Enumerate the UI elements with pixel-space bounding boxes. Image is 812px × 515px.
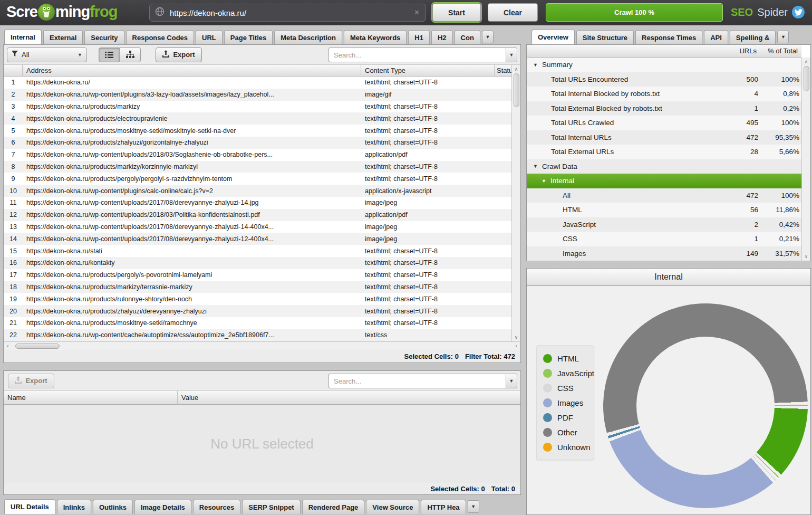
start-button[interactable]: Start [432, 3, 481, 22]
column-header-number[interactable] [4, 65, 23, 77]
column-header-content-type[interactable]: Content Type [361, 65, 495, 77]
table-row[interactable]: 14https://dekon-okna.ru/wp-content/uploa… [4, 233, 520, 245]
overview-vertical-scrollbar[interactable]: ∧ ∨ [801, 58, 810, 261]
table-row[interactable]: 10https://dekon-okna.ru/wp-content/plugi… [4, 185, 520, 197]
tab-serp-snippet[interactable]: SERP Snippet [242, 500, 300, 514]
search-input[interactable] [328, 47, 506, 62]
tab-meta-description[interactable]: Meta Description [274, 30, 342, 44]
expander-triangle-icon[interactable]: ▼ [533, 164, 538, 169]
overview-row[interactable]: ▼Internal [527, 174, 810, 188]
tab-url[interactable]: URL [196, 30, 223, 44]
table-row[interactable]: 17https://dekon-okna.ru/products/pergoly… [4, 269, 520, 281]
table-row[interactable]: 3https://dekon-okna.ru/products/markizyt… [4, 101, 520, 113]
tab-overflow-dropdown[interactable]: ▼ [482, 31, 494, 43]
scroll-left-icon[interactable]: ‹ [4, 343, 12, 349]
tree-view-button[interactable] [120, 47, 141, 62]
list-view-button[interactable] [99, 47, 120, 62]
overview-row[interactable]: CSS10,21% [527, 232, 810, 246]
column-header-address[interactable]: Address [23, 65, 361, 77]
table-row[interactable]: 4https://dekon-okna.ru/products/electrou… [4, 112, 520, 125]
tab-inlinks[interactable]: Inlinks [57, 500, 91, 514]
table-row[interactable]: 22https://dekon-okna.ru/wp-content/cache… [4, 329, 520, 341]
tab-external[interactable]: External [43, 30, 83, 44]
table-row[interactable]: 21https://dekon-okna.ru/products/moskitn… [4, 317, 520, 329]
tab-security[interactable]: Security [84, 30, 124, 44]
tab-page-titles[interactable]: Page Titles [224, 30, 273, 44]
tab-image-details[interactable]: Image Details [134, 500, 191, 514]
overview-row[interactable]: ▼Crawl Data [527, 159, 810, 174]
url-table-vertical-scrollbar[interactable]: ∧ ∨ [511, 65, 520, 341]
clear-url-icon[interactable]: × [413, 8, 420, 17]
overview-row[interactable]: Total Internal URLs47295,35% [527, 130, 810, 145]
tab-resources[interactable]: Resources [193, 500, 240, 514]
column-header-urls[interactable]: URLs [718, 45, 760, 58]
table-row[interactable]: 5https://dekon-okna.ru/products/moskitny… [4, 125, 520, 137]
table-row[interactable]: 15https://dekon-okna.ru/statitext/html; … [4, 245, 520, 257]
tab-con[interactable]: Con [455, 30, 480, 44]
overview-row[interactable]: ▼Summary [527, 58, 810, 72]
table-row[interactable]: 20https://dekon-okna.ru/products/zhalyuz… [4, 305, 520, 317]
overview-row[interactable]: Total External Blocked by robots.txt10,2… [527, 101, 810, 116]
tab-http-hea[interactable]: HTTP Hea [421, 500, 466, 514]
tab-site-structure[interactable]: Site Structure [576, 30, 634, 44]
column-header-pct-of-total[interactable]: % of Total [760, 45, 801, 58]
tab-api[interactable]: API [704, 30, 728, 44]
tab-rendered-page[interactable]: Rendered Page [302, 500, 365, 514]
tab-outlinks[interactable]: Outlinks [93, 500, 133, 514]
scroll-down-icon[interactable]: ∨ [512, 333, 520, 341]
overview-row[interactable]: Total URLs Encountered500100% [527, 72, 810, 87]
url-input[interactable] [170, 8, 413, 17]
table-row[interactable]: 8https://dekon-okna.ru/products/markizy/… [4, 161, 520, 173]
overview-row[interactable]: Total Internal Blocked by robots.txt40,8… [527, 87, 810, 101]
column-header-value[interactable]: Value [178, 391, 520, 405]
clear-button[interactable]: Clear [488, 3, 538, 22]
tab-view-source[interactable]: View Source [366, 500, 419, 514]
overview-row[interactable]: All472100% [527, 188, 810, 203]
table-row[interactable]: 6https://dekon-okna.ru/products/zhalyuzi… [4, 137, 520, 149]
overview-row[interactable]: JavaScript20,42% [527, 217, 810, 232]
details-export-button[interactable]: Export [8, 374, 54, 388]
tab-internal[interactable]: Internal [4, 30, 42, 44]
expander-triangle-icon[interactable]: ▼ [533, 62, 538, 68]
scroll-up-icon[interactable]: ∧ [802, 58, 810, 66]
tab-h1[interactable]: H1 [408, 30, 430, 44]
scrollbar-thumb[interactable] [514, 73, 519, 107]
table-row[interactable]: 7https://dekon-okna.ru/wp-content/upload… [4, 149, 520, 161]
overview-row[interactable]: Total URLs Crawled495100% [527, 116, 810, 130]
tab-h2[interactable]: H2 [431, 30, 453, 44]
table-row[interactable]: 9https://dekon-okna.ru/products/pergoly/… [4, 173, 520, 185]
table-row[interactable]: 11https://dekon-okna.ru/wp-content/uploa… [4, 197, 520, 209]
scrollbar-thumb[interactable] [15, 344, 60, 349]
expander-triangle-icon[interactable]: ▼ [542, 178, 546, 184]
details-search-dropdown[interactable]: ▼ [506, 374, 517, 388]
overview-row[interactable]: Images14931,57% [527, 246, 810, 261]
tab-url-details[interactable]: URL Details [4, 499, 55, 514]
scroll-down-icon[interactable]: ∨ [802, 252, 810, 261]
table-row[interactable]: 19https://dekon-okna.ru/products/rulonny… [4, 293, 520, 305]
tab-overflow-dropdown[interactable]: ▼ [777, 31, 789, 43]
export-button[interactable]: Export [156, 47, 202, 62]
table-row[interactable]: 12https://dekon-okna.ru/wp-content/uploa… [4, 209, 520, 221]
scroll-up-icon[interactable]: ∧ [512, 65, 520, 73]
table-row[interactable]: 18https://dekon-okna.ru/products/markizy… [4, 281, 520, 293]
tab-spelling-[interactable]: Spelling & [730, 30, 776, 44]
column-header-status[interactable]: Statu [495, 65, 513, 77]
table-row[interactable]: 16https://dekon-okna.ru/kontaktytext/htm… [4, 257, 520, 269]
twitter-icon[interactable] [792, 6, 805, 18]
overview-row[interactable]: Total External URLs285,66% [527, 145, 810, 159]
table-row[interactable]: 1https://dekon-okna.ru/text/html; charse… [4, 77, 520, 89]
tab-meta-keywords[interactable]: Meta Keywords [344, 30, 407, 44]
details-search-input[interactable] [328, 374, 506, 388]
column-header-name[interactable]: Name [4, 391, 178, 405]
filter-dropdown[interactable]: All ▼ [7, 47, 87, 62]
search-options-dropdown[interactable]: ▼ [506, 47, 517, 62]
tab-overview[interactable]: Overview [531, 30, 575, 44]
tab-response-codes[interactable]: Response Codes [126, 30, 194, 44]
scroll-right-icon[interactable]: › [512, 343, 520, 349]
tab-overflow-dropdown[interactable]: ▼ [468, 500, 479, 513]
tab-response-times[interactable]: Response Times [635, 30, 702, 44]
table-row[interactable]: 13https://dekon-okna.ru/wp-content/uploa… [4, 221, 520, 233]
table-row[interactable]: 2https://dekon-okna.ru/wp-content/plugin… [4, 89, 520, 101]
url-table-horizontal-scrollbar[interactable]: ‹ › [4, 341, 520, 350]
scrollbar-thumb[interactable] [804, 66, 809, 91]
